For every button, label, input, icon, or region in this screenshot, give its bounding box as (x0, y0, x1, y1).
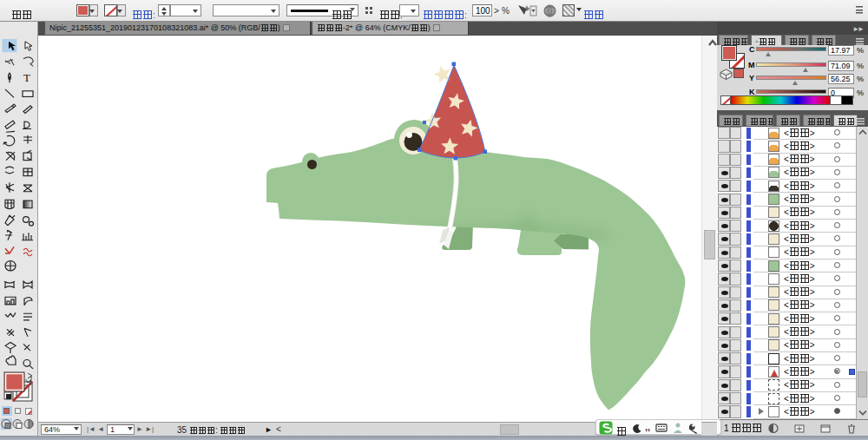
svg-text:T: T (23, 73, 30, 85)
